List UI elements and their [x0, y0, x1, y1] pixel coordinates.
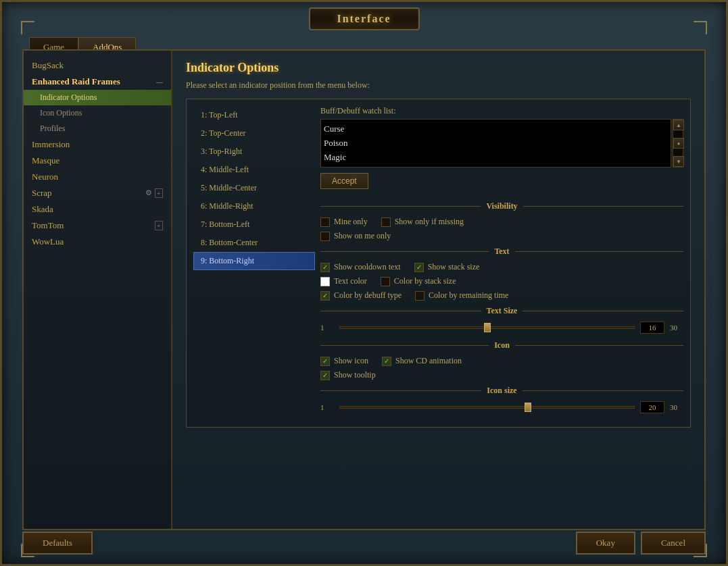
sidebar-item-wowlua[interactable]: WowLua	[24, 234, 171, 250]
sidebar-item-scrap[interactable]: Scrap ⚙ +	[24, 185, 171, 201]
icon-size-label: Icon size	[487, 386, 516, 396]
color-by-debuff-type-item[interactable]: Color by debuff type	[320, 290, 402, 301]
show-cooldown-text-item[interactable]: Show cooldown text	[320, 262, 401, 272]
color-by-remaining-time-checkbox[interactable]	[415, 291, 424, 301]
watch-list[interactable]: Curse Poison Magic	[320, 119, 671, 168]
text-size-slider-section: 1 16 30	[320, 321, 683, 334]
corner-tr	[694, 21, 707, 34]
show-tooltip-item[interactable]: Show tooltip	[320, 370, 376, 380]
color-by-stack-size-item[interactable]: Color by stack size	[381, 276, 456, 286]
divider-line-left	[320, 206, 481, 207]
icon-size-slider-track[interactable]	[339, 406, 635, 409]
text-size-value: 16	[640, 321, 664, 334]
sidebar-item-profiles[interactable]: Profiles	[24, 121, 171, 136]
text-divider: Text	[320, 247, 683, 257]
ts-divider-l	[320, 311, 481, 311]
show-on-me-only-checkbox[interactable]	[320, 232, 330, 241]
scrap-icon: ⚙	[145, 188, 152, 198]
show-icon-item[interactable]: Show icon	[320, 356, 368, 366]
mine-only-checkbox[interactable]	[320, 217, 330, 227]
text-size-slider-thumb[interactable]	[484, 323, 491, 332]
sidebar-item-indicator-options[interactable]: Indicator Options	[24, 90, 171, 105]
text-color-item[interactable]: Text color	[320, 276, 367, 286]
visibility-row-2: Show on me only	[320, 231, 683, 241]
bottom-bar: Defaults Okay Cancel	[22, 532, 706, 555]
sidebar-item-bugsack[interactable]: BugSack	[24, 57, 171, 74]
watch-list-item-magic: Magic	[324, 151, 668, 165]
icon-row-1: Show icon Show CD animation	[320, 356, 683, 366]
panel-title: Indicator Options	[186, 61, 691, 75]
watch-list-item-curse: Curse	[324, 122, 668, 136]
icon-divider-l	[320, 345, 489, 346]
sidebar-item-enhanced-raid-frames[interactable]: Enhanced Raid Frames —	[24, 74, 171, 90]
show-stack-size-item[interactable]: Show stack size	[414, 262, 480, 272]
collapse-icon: —	[156, 78, 163, 86]
icon-divider: Icon	[320, 340, 683, 351]
position-item-4[interactable]: 4: Middle-Left	[193, 161, 315, 179]
position-item-7[interactable]: 7: Bottom-Left	[193, 215, 315, 234]
color-by-remaining-time-item[interactable]: Color by remaining time	[415, 290, 508, 301]
position-item-3[interactable]: 3: Top-Right	[193, 143, 315, 161]
position-item-5[interactable]: 5: Middle-Center	[193, 179, 315, 197]
text-row-2: Text color Color by stack size	[320, 276, 683, 286]
text-color-swatch[interactable]	[320, 277, 330, 286]
accept-button[interactable]: Accept	[320, 173, 368, 189]
visibility-divider: Visibility	[320, 201, 683, 211]
show-only-if-missing-item[interactable]: Show only if missing	[381, 217, 464, 227]
icon-size-min: 1	[320, 403, 334, 411]
show-icon-checkbox[interactable]	[320, 357, 330, 366]
sidebar-item-neuron[interactable]: Neuron	[24, 169, 171, 185]
scrollbar-down-btn[interactable]: ▼	[673, 156, 684, 167]
scrap-expand-icon[interactable]: +	[155, 188, 163, 198]
show-stack-size-label: Show stack size	[428, 262, 480, 272]
position-item-2[interactable]: 2: Top-Center	[193, 124, 315, 143]
text-color-label: Text color	[334, 276, 367, 286]
show-cooldown-text-checkbox[interactable]	[320, 263, 330, 272]
icon-section-label: Icon	[494, 340, 510, 351]
mine-only-item[interactable]: Mine only	[320, 217, 368, 227]
sidebar-item-tomtom[interactable]: TomTom +	[24, 217, 171, 234]
confirm-buttons: Okay Cancel	[576, 532, 706, 555]
okay-button[interactable]: Okay	[576, 532, 635, 555]
sidebar: BugSack Enhanced Raid Frames — Indicator…	[24, 51, 172, 529]
mine-only-label: Mine only	[334, 217, 368, 227]
position-item-9[interactable]: 9: Bottom-Right	[193, 252, 315, 270]
sidebar-item-immersion[interactable]: Immersion	[24, 136, 171, 153]
color-by-debuff-type-checkbox[interactable]	[320, 291, 330, 301]
show-cd-animation-label: Show CD animation	[395, 356, 462, 366]
icon-size-slider-row: 1 20 30	[320, 401, 683, 413]
text-size-slider-track[interactable]	[339, 326, 635, 329]
show-tooltip-checkbox[interactable]	[320, 371, 330, 380]
text-divider-line-r	[515, 251, 683, 252]
cancel-button[interactable]: Cancel	[641, 532, 706, 555]
is-divider-l	[320, 390, 481, 391]
show-cooldown-text-label: Show cooldown text	[334, 262, 401, 272]
scrollbar-middle-btn[interactable]: ●	[673, 138, 684, 149]
show-cd-animation-item[interactable]: Show CD animation	[382, 356, 462, 366]
defaults-button[interactable]: Defaults	[22, 532, 93, 555]
position-item-6[interactable]: 6: Middle-Right	[193, 197, 315, 215]
tomtom-expand-icon[interactable]: +	[155, 221, 163, 230]
icon-size-slider-thumb[interactable]	[525, 403, 531, 412]
sidebar-item-icon-options[interactable]: Icon Options	[24, 105, 171, 121]
scrollbar-up-btn[interactable]: ▲	[673, 120, 684, 130]
color-by-stack-size-checkbox[interactable]	[381, 277, 390, 286]
icon-row-2: Show tooltip	[320, 370, 683, 380]
show-on-me-only-item[interactable]: Show on me only	[320, 231, 391, 241]
icon-size-divider: Icon size	[320, 386, 683, 396]
text-row-3: Color by debuff type Color by remaining …	[320, 290, 683, 301]
show-cd-animation-checkbox[interactable]	[382, 357, 391, 366]
window-title: Interface	[337, 13, 391, 24]
position-item-1[interactable]: 1: Top-Left	[193, 106, 315, 124]
show-stack-size-checkbox[interactable]	[414, 263, 424, 272]
text-size-label: Text Size	[487, 306, 518, 316]
corner-tl	[21, 21, 34, 34]
sidebar-item-skada[interactable]: Skada	[24, 201, 171, 217]
show-only-if-missing-checkbox[interactable]	[381, 217, 391, 227]
position-item-8[interactable]: 8: Bottom-Center	[193, 234, 315, 252]
text-divider-line-l	[320, 251, 489, 252]
sidebar-item-masque[interactable]: Masque	[24, 153, 171, 169]
watch-list-item-poison: Poison	[324, 136, 668, 151]
show-icon-label: Show icon	[334, 356, 368, 366]
is-divider-r	[523, 390, 683, 391]
